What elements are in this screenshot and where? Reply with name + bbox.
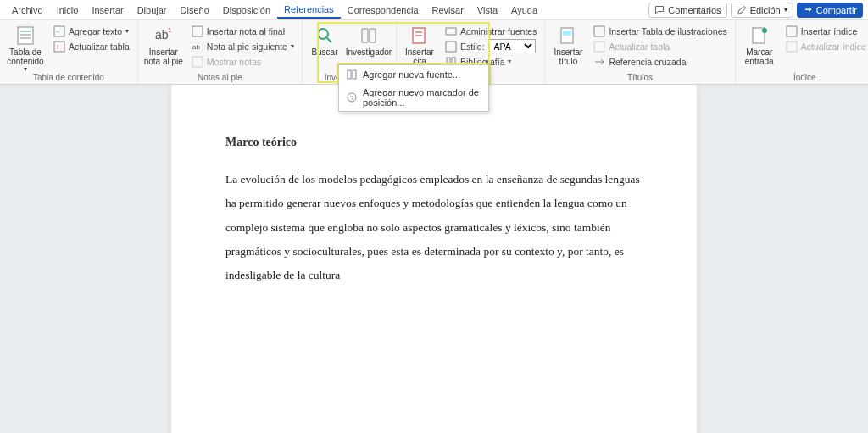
comment-icon xyxy=(654,5,665,15)
svg-rect-10 xyxy=(192,26,203,36)
search-label: Buscar xyxy=(311,47,337,57)
svg-point-27 xyxy=(762,28,767,33)
show-notes-icon xyxy=(192,56,203,68)
show-notes-button[interactable]: Mostrar notas xyxy=(189,54,297,69)
menu-diseno[interactable]: Diseño xyxy=(174,3,216,18)
investigator-button[interactable]: Investigador xyxy=(347,22,391,57)
update-table-button[interactable]: !Actualizar tabla xyxy=(51,39,132,53)
menu-bar: Archivo Inicio Insertar Dibujar Diseño D… xyxy=(0,0,868,20)
menu-correspondencia[interactable]: Correspondencia xyxy=(341,3,426,18)
svg-rect-29 xyxy=(787,42,797,52)
citation-style-row: Estilo: APA xyxy=(442,39,539,53)
manage-sources-icon xyxy=(445,25,457,37)
svg-text:!: ! xyxy=(57,43,58,51)
insert-caption-button[interactable]: Insertar título xyxy=(550,22,586,66)
update-icon: ! xyxy=(53,41,65,53)
comments-label: Comentarios xyxy=(668,5,721,15)
investigator-label: Investigador xyxy=(346,47,392,57)
table-illus-icon xyxy=(593,25,605,37)
mark-entry-icon xyxy=(749,25,770,46)
share-icon xyxy=(803,5,813,15)
toc-button-label: Tabla de contenido xyxy=(7,47,43,66)
svg-text:ab: ab xyxy=(155,28,169,42)
document-heading: Marco teórico xyxy=(225,136,643,149)
placeholder-icon: ? xyxy=(346,92,358,103)
menu-disposicion[interactable]: Disposición xyxy=(216,3,277,18)
svg-rect-35 xyxy=(353,70,356,79)
citation-icon xyxy=(409,25,430,46)
svg-rect-0 xyxy=(18,27,33,44)
menu-referencias[interactable]: Referencias xyxy=(277,2,341,19)
menu-insertar[interactable]: Insertar xyxy=(85,3,130,18)
manage-sources-button[interactable]: Administrar fuentes xyxy=(442,24,539,38)
svg-rect-23 xyxy=(563,31,571,36)
group-footnotes-label: Notas al pie xyxy=(143,71,297,84)
document-page[interactable]: Marco teórico La evolución de los modelo… xyxy=(171,85,697,433)
insert-footnote-label: Insertar nota al pie xyxy=(144,47,183,66)
svg-text:+: + xyxy=(56,28,60,36)
document-area: Marco teórico La evolución de los modelo… xyxy=(0,85,868,433)
insert-endnote-button[interactable]: Insertar nota al final xyxy=(189,24,297,38)
next-footnote-icon: ab xyxy=(192,41,203,53)
insert-citation-label: Insertar cita xyxy=(405,47,434,66)
menu-dibujar[interactable]: Dibujar xyxy=(131,3,174,18)
style-label: Estilo: xyxy=(460,42,485,52)
insert-caption-label: Insertar título xyxy=(554,47,582,66)
pencil-icon xyxy=(737,5,747,15)
add-new-placeholder-label: Agregar nuevo marcador de posición... xyxy=(363,87,481,108)
endnote-icon xyxy=(192,25,203,37)
group-toc-label: Tabla de contenido xyxy=(5,71,132,84)
svg-rect-28 xyxy=(787,26,797,36)
share-label: Compartir xyxy=(816,5,857,15)
menu-ayuda[interactable]: Ayuda xyxy=(504,3,544,18)
add-new-placeholder-item[interactable]: ? Agregar nuevo marcador de posición... xyxy=(339,84,488,111)
caption-icon xyxy=(558,25,578,46)
svg-rect-12 xyxy=(192,57,203,67)
menu-vista[interactable]: Vista xyxy=(470,3,504,18)
add-new-source-label: Agregar nueva fuente... xyxy=(363,69,460,80)
mark-entry-button[interactable]: Marcar entrada xyxy=(741,22,778,66)
group-captions-label: Títulos xyxy=(550,71,729,84)
search-button[interactable]: Buscar xyxy=(308,22,342,57)
crossref-icon xyxy=(593,56,605,68)
citation-style-select[interactable]: APA xyxy=(488,39,536,53)
group-index: Marcar entrada Insertar índice Actualiza… xyxy=(736,20,868,84)
svg-line-14 xyxy=(327,38,331,42)
group-index-label: Índice xyxy=(741,71,868,84)
style-icon xyxy=(445,41,457,53)
mark-entry-label: Marcar entrada xyxy=(745,47,774,66)
comments-button[interactable]: Comentarios xyxy=(648,3,726,18)
menu-revisar[interactable]: Revisar xyxy=(426,3,470,18)
document-paragraph: La evolución de los modelos pedagógicos … xyxy=(225,168,643,288)
add-text-icon: + xyxy=(53,25,65,37)
share-button[interactable]: Compartir xyxy=(797,3,863,18)
group-footnotes: ab1 Insertar nota al pie Insertar nota a… xyxy=(138,20,303,84)
insert-footnote-button[interactable]: ab1 Insertar nota al pie xyxy=(143,22,184,66)
update-captions-button[interactable]: Actualizar tabla xyxy=(591,39,729,53)
editing-button[interactable]: Edición ▾ xyxy=(731,3,793,18)
search-icon xyxy=(314,25,335,46)
insert-table-illustrations-button[interactable]: Insertar Tabla de ilustraciones xyxy=(591,24,729,38)
update-index-button[interactable]: Actualizar índice xyxy=(783,39,868,53)
update-captions-icon xyxy=(593,41,605,53)
cross-reference-button[interactable]: Referencia cruzada xyxy=(591,54,729,69)
insert-index-button[interactable]: Insertar índice xyxy=(783,24,868,38)
menu-archivo[interactable]: Archivo xyxy=(5,3,50,18)
update-index-icon xyxy=(786,41,798,53)
add-new-source-item[interactable]: Agregar nueva fuente... xyxy=(339,65,488,84)
svg-text:1: 1 xyxy=(168,27,171,33)
chevron-down-icon: ▾ xyxy=(784,6,787,14)
editing-label: Edición xyxy=(750,5,781,15)
toc-icon xyxy=(15,25,36,46)
menu-inicio[interactable]: Inicio xyxy=(50,3,86,18)
footnote-icon: ab1 xyxy=(153,25,174,46)
svg-text:?: ? xyxy=(350,94,354,102)
toc-button[interactable]: Tabla de contenido▾ xyxy=(5,22,46,74)
svg-rect-18 xyxy=(446,28,456,35)
svg-point-13 xyxy=(318,29,328,39)
next-footnote-button[interactable]: abNota al pie siguiente▾ xyxy=(189,39,297,53)
svg-rect-6 xyxy=(54,42,64,52)
add-text-button[interactable]: +Agregar texto▾ xyxy=(51,24,132,38)
group-toc: Tabla de contenido▾ +Agregar texto▾ !Act… xyxy=(0,20,138,84)
svg-text:ab: ab xyxy=(192,43,200,51)
